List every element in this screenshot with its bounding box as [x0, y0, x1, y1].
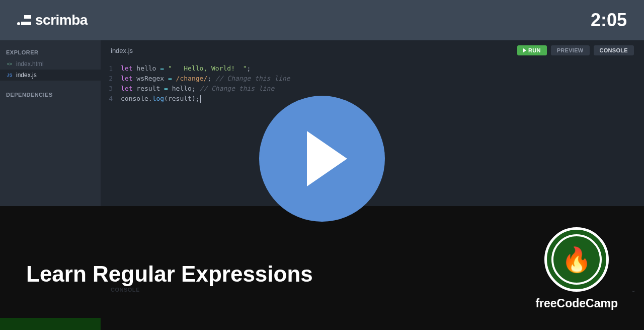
code-line: 3let result = hello; // Change this line [101, 84, 644, 94]
play-icon [307, 131, 347, 186]
app-header: scrimba 2:05 [0, 0, 644, 40]
chevron-down-icon[interactable]: ⌄ [631, 287, 636, 294]
line-content[interactable]: let hello = " Hello, World! "; [121, 63, 644, 74]
run-button[interactable]: RUN [517, 45, 547, 55]
editor-actions: RUN PREVIEW CONSOLE [517, 45, 634, 55]
brand-logo[interactable]: scrimba [17, 12, 88, 28]
console-panel-label: CONSOLE [111, 287, 140, 293]
js-file-icon: JS [6, 72, 13, 79]
video-overlay-section: CONSOLE ⌄ Learn Regular Expressions 🔥 fr… [0, 206, 644, 330]
play-icon [523, 48, 526, 52]
file-explorer-sidebar: EXPLORER <>index.htmlJSindex.js DEPENDEN… [0, 40, 101, 206]
scrimba-icon [17, 15, 31, 25]
run-label: RUN [528, 47, 541, 53]
text-cursor [200, 95, 201, 103]
code-line: 1let hello = " Hello, World! "; [101, 63, 644, 74]
dependencies-heading: DEPENDENCIES [0, 89, 101, 101]
author-badge: 🔥 freeCodeCamp [535, 227, 618, 310]
code-line: 4console.log(result); [101, 94, 644, 104]
progress-bar [0, 318, 101, 330]
file-item-index-js[interactable]: JSindex.js [0, 70, 101, 81]
file-name: index.js [16, 72, 37, 79]
editor-toolbar: index.js RUN PREVIEW CONSOLE [101, 40, 644, 58]
explorer-heading: EXPLORER [0, 46, 101, 58]
lesson-title: Learn Regular Expressions [26, 261, 313, 287]
file-item-index-html[interactable]: <>index.html [0, 58, 101, 70]
html-file-icon: <> [6, 60, 13, 68]
flame-icon: 🔥 [561, 245, 592, 274]
console-button[interactable]: CONSOLE [594, 45, 634, 55]
line-number: 3 [101, 84, 121, 94]
line-number: 2 [101, 74, 121, 84]
line-content[interactable]: let wsRegex = /change/; // Change this l… [121, 74, 644, 84]
line-content[interactable]: let result = hello; // Change this line [121, 84, 644, 94]
brand-name: scrimba [35, 12, 88, 28]
active-file-tab[interactable]: index.js [111, 47, 133, 54]
code-line: 2let wsRegex = /change/; // Change this … [101, 74, 644, 84]
video-timer: 2:05 [591, 10, 627, 31]
freecodecamp-logo: 🔥 [544, 227, 609, 292]
line-content[interactable]: console.log(result); [121, 94, 644, 104]
play-video-button[interactable] [259, 96, 385, 222]
file-name: index.html [16, 60, 44, 68]
author-name: freeCodeCamp [535, 297, 618, 310]
preview-button[interactable]: PREVIEW [551, 45, 590, 55]
line-number: 4 [101, 94, 121, 104]
line-number: 1 [101, 63, 121, 74]
